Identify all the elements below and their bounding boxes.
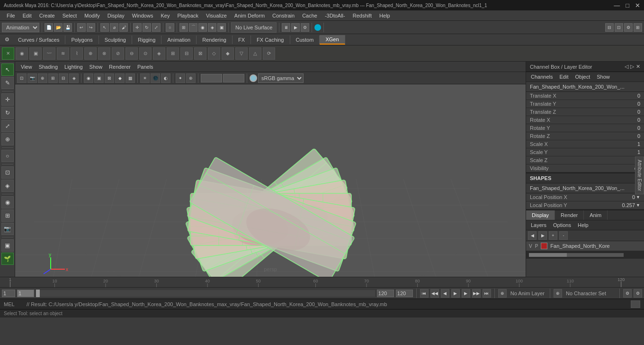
xgen-icon-18[interactable]: △	[249, 47, 261, 60]
edit-menu[interactable]: Edit	[556, 73, 571, 81]
channel-rotate-y[interactable]: Rotate Y 0	[526, 124, 644, 132]
scale-tool-icon[interactable]: ⤢	[152, 23, 161, 32]
layer-remove-icon[interactable]: -	[559, 231, 568, 240]
menu-windows[interactable]: Windows	[128, 12, 157, 19]
range-start-input[interactable]: 1	[2, 290, 15, 297]
move-tool-button[interactable]: ✛	[1, 93, 14, 106]
channel-local-pos-y[interactable]: Local Position Y 0.257 ▼	[526, 201, 644, 209]
snap-point-button[interactable]: ◉	[1, 196, 14, 209]
new-scene-icon[interactable]: 📄	[45, 23, 53, 32]
smooth-shade-icon[interactable]: ◆	[115, 73, 125, 83]
playback-prev-button[interactable]: ◀◀	[430, 289, 439, 298]
move-tool-icon[interactable]: ✛	[133, 23, 142, 32]
layer-item[interactable]: V P Fan_Shaped_North_Kore	[526, 241, 644, 251]
tab-custom[interactable]: Custom	[290, 36, 320, 44]
xgen-icon-1[interactable]: ◉	[16, 47, 28, 60]
layers-menu-item[interactable]: Layers	[528, 221, 549, 229]
rotate-tool-button[interactable]: ↻	[1, 107, 14, 119]
panels-menu[interactable]: Panels	[134, 63, 156, 71]
xgen-icon-4[interactable]: ≋	[57, 47, 69, 60]
playback-end-input[interactable]	[377, 290, 394, 297]
render-icon[interactable]: 🖥	[282, 23, 290, 32]
channel-box-collapse-icon[interactable]: ◁	[625, 64, 628, 70]
xgen-icon-16[interactable]: ◆	[222, 47, 234, 60]
options-menu-item[interactable]: Options	[550, 221, 574, 229]
channel-scale-y[interactable]: Scale Y 1	[526, 148, 644, 156]
render-settings-icon[interactable]: ⚙	[301, 23, 309, 32]
textured-icon[interactable]: ▦	[125, 73, 135, 83]
color-circle-icon[interactable]	[250, 74, 257, 82]
select-tool-icon[interactable]: ↖	[100, 23, 109, 32]
snap-surface-icon[interactable]: ◈	[208, 23, 216, 32]
xgen-icon-17[interactable]: ▽	[235, 47, 248, 60]
show-menu[interactable]: Show	[87, 63, 106, 71]
tab-curves-surfaces[interactable]: Curves / Surfaces	[12, 36, 65, 44]
save-scene-icon[interactable]: 💾	[63, 23, 72, 32]
xgen-icon-3[interactable]: 〰	[43, 47, 55, 60]
scale-tool-button[interactable]: ⤢	[1, 120, 14, 132]
tab-rigging[interactable]: Rigging	[132, 36, 161, 44]
anim-layer-icon[interactable]: ⊕	[498, 289, 507, 298]
snap-grid-icon[interactable]: ⊞	[179, 23, 188, 32]
xgen-icon-0[interactable]: ✕	[2, 47, 14, 60]
xgen-icon-7[interactable]: ⊗	[98, 47, 110, 60]
channel-translate-z[interactable]: Translate Z 0	[526, 108, 644, 116]
menu-3dtoall[interactable]: -3DtoAll-	[321, 12, 349, 19]
scrollbar-thumb[interactable]	[529, 253, 567, 257]
menu-create[interactable]: Create	[36, 12, 59, 19]
show-menu[interactable]: Show	[594, 73, 613, 81]
menu-anim-deform[interactable]: Anim Deform	[231, 12, 268, 19]
layer-add-icon[interactable]: +	[549, 231, 557, 240]
titlebar-controls[interactable]: — □ ✕	[614, 2, 640, 9]
xgen-icon-19[interactable]: ⟳	[263, 47, 275, 60]
snap-grid-button[interactable]: ⊞	[1, 209, 14, 222]
camera-fit-icon[interactable]: ⊡	[17, 73, 27, 83]
object-menu[interactable]: Object	[572, 73, 593, 81]
joints-icon[interactable]: ⊛	[186, 73, 196, 83]
view-menu[interactable]: View	[18, 63, 35, 71]
menu-key[interactable]: Key	[157, 12, 173, 19]
shadow-icon[interactable]: 🌑	[151, 73, 160, 83]
channel-box-toggle-icon[interactable]: ⊟	[605, 23, 614, 32]
open-scene-icon[interactable]: 📂	[54, 23, 63, 32]
lighting-icon[interactable]: ☀	[140, 73, 150, 83]
camera-icon[interactable]: 📷	[27, 73, 37, 83]
channel-scale-x[interactable]: Scale X 1	[526, 140, 644, 148]
channels-menu[interactable]: Channels	[528, 73, 555, 81]
resolution-gate-icon[interactable]: ⊞	[48, 73, 58, 83]
channel-scale-z[interactable]: Scale Z 1	[526, 156, 644, 164]
undo-icon[interactable]: ↩	[77, 23, 86, 32]
tab-xgen[interactable]: XGen	[320, 35, 345, 45]
soft-select-button[interactable]: ○	[1, 150, 14, 162]
layer-playback-label[interactable]: P	[535, 244, 538, 249]
xgen-icon-5[interactable]: ⌇	[71, 47, 83, 60]
live-indicator[interactable]	[314, 24, 321, 31]
snap-point-icon[interactable]: ◉	[198, 23, 207, 32]
tab-fx-caching[interactable]: FX Caching	[251, 36, 290, 44]
menu-help[interactable]: Help	[376, 12, 394, 19]
playback-handle[interactable]	[36, 290, 40, 297]
xgen-icon-10[interactable]: ⊙	[139, 47, 152, 60]
channel-visibility[interactable]: Visibility on	[526, 164, 644, 172]
layer-next-icon[interactable]: ▶	[538, 231, 547, 240]
tab-animation[interactable]: Animation	[161, 36, 197, 44]
menu-file[interactable]: File	[3, 12, 19, 19]
menu-constrain[interactable]: Constrain	[268, 12, 298, 19]
xgen-icon-15[interactable]: ◇	[208, 47, 220, 60]
menu-cache[interactable]: Cache	[298, 12, 321, 19]
xgen-icon-8[interactable]: ⊘	[112, 47, 124, 60]
colorspace-select[interactable]: sRGB gamma	[258, 73, 304, 83]
channel-translate-y[interactable]: Translate Y 0	[526, 100, 644, 108]
prev-frame-button[interactable]: ◀	[441, 289, 449, 298]
menu-display[interactable]: Display	[104, 12, 128, 19]
animation-dropdown[interactable]: Animation	[2, 23, 39, 32]
menu-modify[interactable]: Modify	[80, 12, 103, 19]
soft-modify-icon[interactable]: ○	[166, 23, 174, 32]
lasso-tool-icon[interactable]: ⌀	[110, 23, 118, 32]
play-button[interactable]: ▶	[451, 289, 460, 298]
next-frame-button[interactable]: ▶	[462, 289, 470, 298]
xgen-icon-13[interactable]: ⊟	[180, 47, 193, 60]
ipr-render-icon[interactable]: ▶	[291, 23, 300, 32]
xgen-icon-6[interactable]: ⊕	[84, 47, 97, 60]
attribute-editor-vertical-tab[interactable]: Attribute Editor	[635, 156, 644, 194]
